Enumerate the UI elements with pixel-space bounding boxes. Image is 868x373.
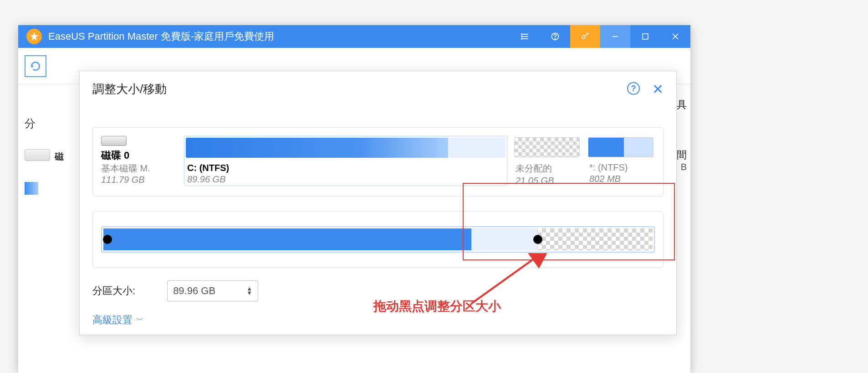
partition-unallocated-size: 21.05 GB (516, 176, 581, 186)
dialog-close-button[interactable]: ✕ (650, 81, 665, 97)
size-label: 分區大小: (92, 284, 135, 298)
minimize-button[interactable] (600, 25, 630, 48)
svg-rect-13 (643, 34, 648, 39)
svg-point-4 (521, 34, 522, 35)
svg-line-11 (587, 34, 588, 35)
key-icon[interactable] (570, 25, 600, 48)
partition-star-size: 802 MB (589, 174, 655, 184)
app-logo-icon (26, 29, 42, 44)
sidebar: 分 磁 (25, 116, 75, 195)
resize-bar[interactable] (101, 226, 655, 253)
partition-star-name: *: (NTFS) (589, 162, 655, 173)
hdd-icon (101, 136, 127, 146)
partition-star-bar (588, 137, 654, 157)
disk-size: 111.79 GB (101, 175, 179, 185)
right-label-b: B (681, 162, 687, 172)
svg-point-5 (521, 36, 522, 37)
disk-map: 磁碟 0 基本磁碟 M. 111.79 GB C: (NTFS) 89.96 G… (92, 127, 664, 197)
resize-handle-right[interactable] (533, 235, 542, 244)
maximize-button[interactable] (630, 25, 660, 48)
partition-c-bar (186, 138, 505, 158)
right-label-time: 間 (677, 148, 687, 162)
partition-c[interactable]: C: (NTFS) 89.96 GB (184, 136, 507, 186)
list-icon[interactable] (510, 25, 540, 48)
spinner-down-icon[interactable]: ▼ (246, 291, 252, 295)
disk-info: 磁碟 0 基本磁碟 M. 111.79 GB (101, 136, 179, 186)
right-label-tool: 具 (677, 98, 687, 112)
size-value: 89.96 GB (173, 285, 215, 297)
disk-name: 磁碟 0 (101, 149, 179, 162)
dialog-help-icon[interactable]: ? (627, 82, 640, 95)
sidebar-partition-stripe (25, 182, 38, 195)
size-row: 分區大小: 89.96 GB ▲ ▼ (92, 280, 664, 301)
spinner-arrows[interactable]: ▲ ▼ (246, 287, 252, 295)
close-button[interactable] (660, 25, 690, 48)
chevron-down-icon: ﹀ (136, 316, 143, 325)
resize-bar-used (103, 228, 471, 250)
partition-unallocated-name: 未分配的 (516, 162, 581, 175)
svg-point-9 (582, 36, 585, 39)
disk-icon (25, 149, 50, 161)
svg-point-6 (521, 38, 522, 39)
resize-bar-free (471, 228, 537, 250)
titlebar: EaseUS Partition Master 免費版-家庭用戶免費使用 (18, 25, 690, 48)
refresh-button[interactable] (25, 55, 46, 77)
sidebar-disk-label: 磁 (55, 150, 64, 163)
advanced-settings-label: 高級設置 (92, 313, 133, 327)
resize-dialog: 調整大小/移動 ? ✕ 磁碟 0 基本磁碟 M. 111.79 GB C: (N… (79, 71, 677, 335)
resize-area (92, 211, 664, 268)
help-icon[interactable] (540, 25, 570, 48)
app-title: EaseUS Partition Master 免費版-家庭用戶免費使用 (48, 30, 274, 43)
svg-marker-0 (30, 32, 38, 41)
partition-unallocated-bar (514, 137, 580, 157)
app-window: EaseUS Partition Master 免費版-家庭用戶免費使用 分 (18, 25, 690, 373)
partition-star[interactable]: *: (NTFS) 802 MB (587, 136, 655, 186)
size-spinner[interactable]: 89.96 GB ▲ ▼ (167, 280, 258, 301)
svg-point-8 (555, 38, 555, 39)
partition-c-name: C: (NTFS) (187, 163, 507, 173)
sidebar-heading-trunc: 分 (25, 116, 75, 131)
partition-unallocated[interactable]: 未分配的 21.05 GB (513, 136, 581, 186)
dialog-title: 調整大小/移動 (92, 81, 664, 97)
partition-c-size: 89.96 GB (187, 174, 507, 185)
advanced-settings-link[interactable]: 高級設置 ﹀ (92, 313, 143, 327)
disk-sub: 基本磁碟 M. (101, 162, 179, 175)
resize-handle-left[interactable] (103, 235, 112, 244)
